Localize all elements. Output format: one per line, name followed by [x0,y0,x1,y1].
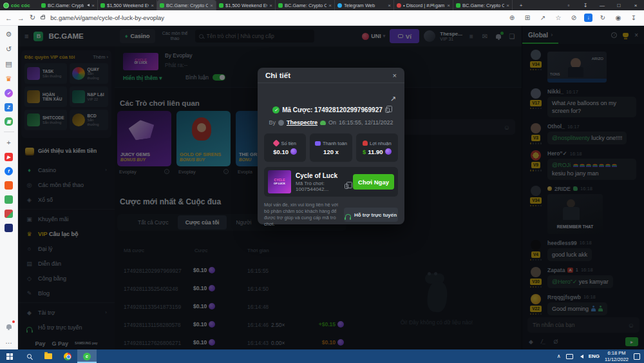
downloads-icon[interactable]: ↧ [629,14,639,21]
download-bar-icon[interactable]: ↧ [577,0,594,10]
tab-close-icon[interactable]: × [151,3,154,8]
browser-tab-5[interactable]: BC.Game: Crypto Ca× [276,0,335,10]
bookmark-star-icon[interactable]: ☆ [553,14,564,21]
profile-icon[interactable]: ◉ [613,14,623,21]
tab-close-icon[interactable]: × [91,3,95,8]
notifications-bell-icon[interactable] [5,322,14,331]
window-minimize-button[interactable]: — [594,0,611,10]
taskbar-search[interactable] [19,349,39,363]
stat-payout: Thanh toán 120 x [310,133,352,162]
modal-close-icon[interactable]: × [393,72,397,79]
zalo-icon[interactable]: Z [5,103,13,112]
crown-vip-icon[interactable]: ♛ [5,74,14,83]
youtube-icon[interactable]: ▶ [5,153,13,161]
windows-logo-icon [6,353,13,360]
download-manager-icon[interactable]: ↓ [584,14,592,22]
browser-sidebar: ⚙ ↺ ▤ ♛ ✓ Z ▣ + ▶ f … [0,26,18,349]
adblock-icon[interactable]: ⊘ [569,14,579,21]
stat-amount: Số tiền $0.10 [264,133,306,162]
coccoc-icon: c [83,353,91,360]
tab-close-icon[interactable]: × [388,3,391,8]
tab-close-icon[interactable]: × [269,3,272,8]
browser-toolbar: ← → ↻ bc.game/vi/game/cycle-of-luck-by-e… [0,10,644,26]
address-bar[interactable]: bc.game/vi/game/cycle-of-luck-by-evoplay [50,14,502,21]
game-thumbnail: CYCLEOF LUCK [268,170,291,193]
browser-tab-bar: cốc cốc BC.Game: Crypto× $1,500 Weekend … [0,0,644,10]
copy-icon[interactable] [345,184,348,189]
bet-id: Mã Cược: 1749281202997969927 [282,106,383,113]
window-maximize-button[interactable]: □ [611,0,627,10]
facebook-icon[interactable]: f [5,167,13,175]
bcgame-favicon [160,3,164,8]
coccoc-logo: cốc cốc [0,3,39,8]
bcgame-favicon [100,3,105,8]
browser-tab-7[interactable]: • Discord | #🎮gam× [394,0,453,10]
new-tab-button[interactable]: + [513,0,529,10]
window-close-button[interactable]: × [627,0,644,10]
share-icon[interactable]: ↗ [390,95,396,103]
melon-app-icon[interactable] [5,210,13,218]
headset-icon [345,214,351,218]
green-app-icon[interactable] [5,195,13,204]
navy-app-icon[interactable] [5,224,13,232]
play-now-button[interactable]: Chơi Ngay [353,174,394,190]
game-title: Cycle of Luck [296,172,348,179]
action-center-icon[interactable] [634,353,640,360]
taskbar-clock[interactable]: 6:18 PM11/12/2022 [605,350,629,362]
modal-game-card: CYCLEOF LUCK Cycle of Luck Mã Trò chơi: … [264,167,398,197]
game-id: Mã Trò chơi: 1007544042... [296,181,342,192]
settings-gear-icon[interactable]: ⚙ [5,30,14,39]
modal-title: Chi tiết [265,72,290,79]
more-options-icon[interactable]: … [5,337,14,346]
bcgame-favicon [41,3,46,8]
history-icon[interactable]: ↺ [5,44,14,54]
gamepad-icon[interactable]: ▣ [5,117,13,126]
start-button[interactable] [0,349,19,363]
back-icon[interactable]: ← [5,14,12,22]
orange-app-icon[interactable] [5,181,13,190]
windows-taskbar: c ∧ ENG 6:18 PM11/12/2022 [0,349,644,363]
browser-tab-8[interactable]: BC.Game: Crypto Ca× [453,0,513,10]
share-page-icon[interactable]: ↗ [538,14,548,21]
sidebar-divider [4,132,14,132]
file-explorer[interactable] [39,349,58,363]
search-icon [27,354,32,358]
live-support-button[interactable]: Hỗ trợ trực tuyến [344,208,398,222]
reload-icon[interactable]: ↻ [30,14,35,22]
dice-icon [273,139,280,146]
browser-tab-2[interactable]: $1,500 Weekend Ev× [98,0,157,10]
bettor-name[interactable]: Thespectre [287,119,317,126]
copy-icon[interactable] [385,108,390,113]
chrome-taskbar-item[interactable] [58,349,77,363]
telegram-favicon [337,3,342,8]
bcgame-favicon [219,3,223,8]
newsfeed-icon[interactable]: ▤ [5,59,14,68]
save-page-icon[interactable]: ⊕ [507,14,517,21]
browser-tab-1[interactable]: BC.Game: Crypto× [39,0,98,10]
coin-icon [385,148,392,155]
forward-icon[interactable]: → [17,14,24,22]
tray-expand-icon[interactable]: ∧ [557,353,561,359]
sync-icon[interactable]: ↻ [598,14,608,21]
discord-favicon [397,3,401,8]
messenger-icon[interactable]: ✓ [5,89,13,97]
coin-icon [290,148,297,155]
coccoc-taskbar-item-active[interactable]: c [77,349,97,363]
pip-icon[interactable]: ▫ [560,0,577,10]
browser-tab-6[interactable]: Telegram Web× [335,0,394,10]
language-indicator[interactable]: ENG [589,353,600,359]
tab-close-icon[interactable]: × [447,3,450,8]
browser-tab-3-active[interactable]: BC.Game: Crypto Ca× [157,0,216,10]
network-icon[interactable] [566,354,573,359]
tab-close-icon[interactable]: × [210,3,213,8]
verified-check-icon: ✓ [272,106,279,113]
tab-close-icon[interactable]: × [506,3,509,8]
volume-icon[interactable] [578,355,583,358]
tab-close-icon[interactable]: × [328,3,332,8]
page-viewport: ≡ B BC.GAME Đặc quyền VIP của tôi Thêm ›… [18,26,644,349]
browser-tab-4[interactable]: $1,500 Weekend Ev× [216,0,276,10]
add-shortcut-icon[interactable]: + [5,138,14,147]
mini-avatar [278,120,284,126]
translate-icon[interactable]: ⊞ [522,14,533,21]
chip-icon [363,141,368,146]
